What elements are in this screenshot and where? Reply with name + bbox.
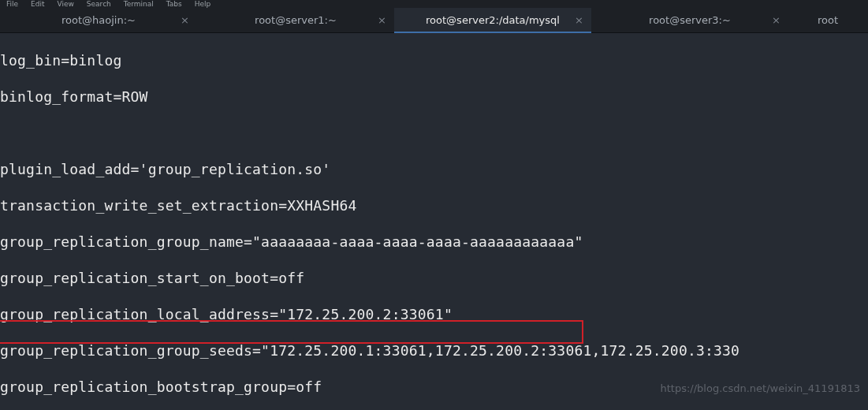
- tab-root[interactable]: root: [788, 8, 867, 32]
- menu-file[interactable]: File: [6, 0, 18, 8]
- close-icon[interactable]: ×: [772, 15, 780, 25]
- menu-search[interactable]: Search: [87, 0, 111, 8]
- config-line: binlog_format=ROW: [0, 88, 868, 106]
- close-icon[interactable]: ×: [181, 15, 189, 25]
- terminal-window: File Edit View Search Terminal Tabs Help…: [0, 0, 868, 410]
- config-line: log_bin=binlog: [0, 51, 868, 69]
- tab-bar: root@haojin:~ × root@server1:~ × root@se…: [0, 8, 868, 33]
- watermark: https://blog.csdn.net/weixin_41191813: [660, 382, 860, 394]
- config-line: transaction_write_set_extraction=XXHASH6…: [0, 196, 868, 214]
- menu-help[interactable]: Help: [195, 0, 211, 8]
- close-icon[interactable]: ×: [378, 15, 386, 25]
- config-line: plugin_load_add='group_replication.so': [0, 160, 868, 178]
- tab-server1[interactable]: root@server1:~ ×: [197, 8, 394, 32]
- tab-title: root@server1:~: [255, 14, 337, 26]
- tab-title: root: [818, 14, 838, 26]
- tab-server3[interactable]: root@server3:~ ×: [591, 8, 788, 32]
- config-line: group_replication_start_on_boot=off: [0, 269, 868, 287]
- tab-title: root@server2:/data/mysql: [426, 14, 560, 26]
- tab-haojin[interactable]: root@haojin:~ ×: [0, 8, 197, 32]
- close-icon[interactable]: ×: [575, 15, 583, 25]
- tab-title: root@server3:~: [649, 14, 731, 26]
- config-line: group_replication_group_seeds="172.25.20…: [0, 341, 868, 360]
- menu-edit[interactable]: Edit: [31, 0, 44, 8]
- menu-view[interactable]: View: [58, 0, 74, 8]
- config-line: [0, 124, 868, 142]
- menu-terminal[interactable]: Terminal: [124, 0, 154, 8]
- menu-bar: File Edit View Search Terminal Tabs Help: [0, 0, 868, 8]
- tab-server2[interactable]: root@server2:/data/mysql ×: [394, 8, 591, 32]
- terminal-content[interactable]: log_bin=binlog binlog_format=ROW plugin_…: [0, 33, 868, 410]
- config-line: group_replication_local_address="172.25.…: [0, 305, 868, 323]
- menu-tabs[interactable]: Tabs: [166, 0, 182, 8]
- tab-title: root@haojin:~: [61, 14, 136, 26]
- config-line: group_replication_group_name="aaaaaaaa-a…: [0, 233, 868, 251]
